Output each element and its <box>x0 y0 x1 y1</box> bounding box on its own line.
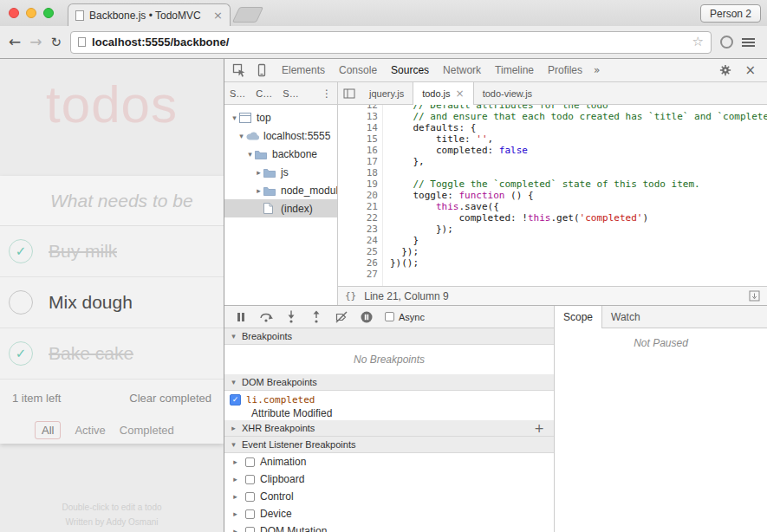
tab-network[interactable]: Network <box>436 59 488 81</box>
todo-label[interactable]: Buy milk <box>49 241 117 262</box>
line-number[interactable]: 20 <box>338 190 383 201</box>
navigator-tab-content-scripts[interactable]: C… <box>250 88 277 99</box>
tab-sources[interactable]: Sources <box>384 59 436 81</box>
tree-item-js[interactable]: ▸ js <box>224 163 337 181</box>
todo-label[interactable]: Mix dough <box>49 292 133 313</box>
code-line[interactable]: 25 }); <box>338 246 767 257</box>
line-number[interactable]: 25 <box>338 246 383 257</box>
tab-watch[interactable]: Watch <box>602 306 649 328</box>
url-text[interactable]: localhost:5555/backbone/ <box>92 36 686 49</box>
code-line[interactable]: 17 }, <box>338 156 767 167</box>
editor-tab-close-icon[interactable]: × <box>456 82 465 105</box>
line-number[interactable]: 22 <box>338 212 383 224</box>
dom-breakpoint-entry[interactable]: ✓ li.completed Attribute Modified <box>224 391 554 420</box>
xhr-breakpoints-section-header[interactable]: ▸ XHR Breakpoints + <box>224 420 554 437</box>
code-line[interactable]: 24 } <box>338 235 767 246</box>
code-line[interactable]: 13 // and ensure that each todo created … <box>338 111 767 122</box>
expander-closed-icon[interactable]: ▸ <box>231 509 240 518</box>
todo-item[interactable]: ✓ Buy milk <box>0 226 224 277</box>
expander-closed-icon[interactable]: ▸ <box>231 475 240 483</box>
bookmark-star-icon[interactable]: ☆ <box>692 36 704 49</box>
tab-close-icon[interactable]: × <box>213 10 223 21</box>
event-category-device[interactable]: ▸ Device <box>224 505 554 522</box>
profile-button[interactable]: Person 2 <box>700 4 761 23</box>
line-number[interactable]: 14 <box>338 122 383 133</box>
step-into-icon[interactable] <box>281 308 302 327</box>
reload-button[interactable]: ↻ <box>51 35 62 50</box>
zoom-window-button[interactable] <box>43 8 54 18</box>
line-number[interactable]: 13 <box>338 111 383 122</box>
tab-scope[interactable]: Scope <box>555 306 602 328</box>
expander-closed-icon[interactable]: ▸ <box>231 492 240 501</box>
tree-item-top[interactable]: ▾ top <box>224 108 337 127</box>
pause-on-exceptions-icon[interactable] <box>356 308 377 327</box>
tree-item-index[interactable]: (index) <box>224 199 337 217</box>
code-line[interactable]: 21 this.save({ <box>338 201 767 212</box>
expander-closed-icon[interactable]: ▸ <box>229 424 238 432</box>
device-mode-icon[interactable] <box>250 59 273 81</box>
editor-tab-todo-view[interactable]: todo-view.js <box>474 82 541 104</box>
step-over-icon[interactable] <box>256 308 276 327</box>
expander-closed-icon[interactable]: ▸ <box>231 527 240 532</box>
line-number[interactable]: 12 <box>338 105 383 111</box>
code-line[interactable]: 14 defaults: { <box>338 122 767 133</box>
new-tab-button[interactable] <box>232 7 263 23</box>
menu-icon[interactable] <box>742 38 755 47</box>
expander-open-icon[interactable]: ▾ <box>230 114 239 122</box>
code-line[interactable]: 15 title: '', <box>338 133 767 145</box>
line-number[interactable]: 24 <box>338 235 383 246</box>
editor-tab-todo[interactable]: todo.js × <box>413 82 473 105</box>
tree-item-node-modules[interactable]: ▸ node_modules <box>224 181 337 199</box>
event-listener-breakpoints-section-header[interactable]: ▾ Event Listener Breakpoints <box>224 437 554 453</box>
line-number[interactable]: 15 <box>338 133 383 145</box>
minimize-window-button[interactable] <box>26 8 36 18</box>
tab-timeline[interactable]: Timeline <box>488 59 541 81</box>
code-line[interactable]: 23 }); <box>338 224 767 235</box>
dom-breakpoints-section-header[interactable]: ▾ DOM Breakpoints <box>224 374 554 391</box>
event-category-checkbox[interactable] <box>245 457 255 467</box>
add-xhr-breakpoint-button[interactable]: + <box>529 421 549 435</box>
code-editor[interactable]: 12 // Default attributes for the todo13 … <box>338 105 767 286</box>
devtools-close-icon[interactable]: × <box>737 62 764 78</box>
event-category-animation[interactable]: ▸ Animation <box>224 453 554 470</box>
line-number[interactable]: 18 <box>338 167 383 178</box>
async-checkbox[interactable] <box>385 312 394 321</box>
expander-open-icon[interactable]: ▾ <box>229 440 238 449</box>
dom-breakpoint-checkbox[interactable]: ✓ <box>230 394 241 405</box>
line-number[interactable]: 23 <box>338 224 383 235</box>
expander-open-icon[interactable]: ▾ <box>229 332 238 341</box>
event-category-checkbox[interactable] <box>245 475 255 484</box>
tab-console[interactable]: Console <box>332 59 384 81</box>
expander-closed-icon[interactable]: ▸ <box>254 168 263 177</box>
expander-closed-icon[interactable]: ▸ <box>231 457 240 466</box>
new-todo-input[interactable]: What needs to be <box>0 176 224 226</box>
inspect-element-icon[interactable] <box>228 59 250 81</box>
expander-closed-icon[interactable]: ▸ <box>254 186 263 195</box>
todo-toggle-checked[interactable]: ✓ <box>9 341 33 366</box>
todo-label[interactable]: Bake cake <box>49 343 133 364</box>
clear-completed-button[interactable]: Clear completed <box>129 392 211 405</box>
filter-completed[interactable]: Completed <box>120 424 174 437</box>
navigator-tab-sources[interactable]: S… <box>224 88 250 99</box>
line-number[interactable]: 19 <box>338 178 383 190</box>
filter-all[interactable]: All <box>35 421 61 439</box>
expander-open-icon[interactable]: ▾ <box>245 150 255 159</box>
event-category-control[interactable]: ▸ Control <box>224 488 554 505</box>
navigator-tab-snippets[interactable]: S… <box>277 88 303 99</box>
code-line[interactable]: 20 toggle: function () { <box>338 190 767 201</box>
code-line[interactable]: 12 // Default attributes for the todo <box>338 105 767 111</box>
pause-icon[interactable] <box>231 308 251 327</box>
address-bar[interactable]: localhost:5555/backbone/ ☆ <box>70 31 712 54</box>
navigator-toggle-icon[interactable] <box>338 82 361 104</box>
todo-item[interactable]: ✓ Bake cake <box>0 328 224 380</box>
breakpoints-section-header[interactable]: ▾ Breakpoints <box>224 328 554 345</box>
line-number[interactable]: 27 <box>338 269 383 280</box>
tab-profiles[interactable]: Profiles <box>541 59 589 81</box>
event-category-checkbox[interactable] <box>245 492 255 502</box>
line-number[interactable]: 26 <box>338 257 383 269</box>
editor-tab-jquery[interactable]: jquery.js <box>361 82 413 104</box>
code-line[interactable]: 26})(); <box>338 257 767 269</box>
back-button[interactable]: ← <box>9 35 21 49</box>
filter-active[interactable]: Active <box>75 424 105 437</box>
forward-button[interactable]: → <box>29 35 42 49</box>
